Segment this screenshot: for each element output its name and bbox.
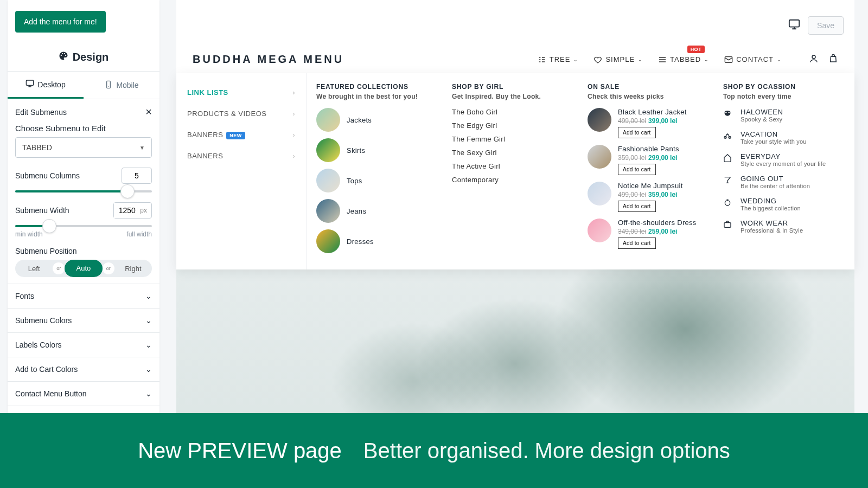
sale-title[interactable]: Notice Me Jumpsuit xyxy=(618,182,709,190)
user-icon[interactable] xyxy=(809,54,819,66)
width-slider[interactable] xyxy=(15,225,152,227)
position-right[interactable]: Right xyxy=(114,261,152,276)
save-button[interactable]: Save xyxy=(808,16,844,35)
chevron-right-icon: › xyxy=(293,110,296,118)
collection-item[interactable]: Jeans xyxy=(316,199,438,223)
occasion-title: VACATION xyxy=(741,130,807,138)
position-auto[interactable]: Auto xyxy=(65,260,102,277)
add-to-cart-button[interactable]: Add to cart xyxy=(618,201,656,212)
occasion-item[interactable]: WORK WEARProfessional & In Style xyxy=(723,219,845,234)
price-new: 359,00 lei xyxy=(648,191,677,198)
occasion-sub: Spooky & Sexy xyxy=(741,116,783,123)
mega-tab-banners[interactable]: BANNERS› xyxy=(176,145,306,166)
bike-icon xyxy=(723,130,734,145)
list-item[interactable]: Contemporary xyxy=(452,176,573,184)
mega-tab-products[interactable]: PRODUCTS & VIDEOS› xyxy=(176,103,306,124)
position-left[interactable]: Left xyxy=(15,261,53,276)
occasion-item[interactable]: VACATIONTake your style with you xyxy=(723,130,845,145)
occasion-sub: Professional & In Style xyxy=(741,227,803,234)
collection-thumb xyxy=(316,229,340,253)
sale-title[interactable]: Fashionable Pants xyxy=(618,145,709,153)
close-icon[interactable]: × xyxy=(145,106,152,118)
add-to-cart-button[interactable]: Add to cart xyxy=(618,127,656,138)
collection-item[interactable]: Tops xyxy=(316,169,438,192)
choose-submenu-label: Choose Submenu to Edit xyxy=(15,124,152,133)
sale-title[interactable]: Off-the-shoulders Dress xyxy=(618,219,709,227)
acc-fonts[interactable]: Fonts⌄ xyxy=(8,284,159,309)
col-title: SHOP BY OCASSION xyxy=(723,83,845,91)
add-to-cart-button[interactable]: Add to cart xyxy=(618,164,656,175)
nav-label: CONTACT xyxy=(736,55,774,63)
mega-tab-banners-new[interactable]: BANNERSNEW› xyxy=(176,124,306,145)
svg-point-7 xyxy=(725,201,730,206)
sale-thumb xyxy=(588,145,611,169)
device-tabs: Desktop Mobile xyxy=(8,72,159,99)
desktop-icon xyxy=(25,79,34,89)
acc-labels-colors[interactable]: Labels Colors⌄ xyxy=(8,333,159,357)
martini-icon xyxy=(723,175,734,189)
sale-title[interactable]: Black Leather Jacket xyxy=(618,108,709,116)
occasion-sub: Style every moment of your life xyxy=(741,160,826,167)
mega-tab-linklists[interactable]: LINK LISTS› xyxy=(176,82,306,103)
occasion-title: WORK WEAR xyxy=(741,219,803,227)
collection-name: Dresses xyxy=(347,237,374,246)
col-occasion: SHOP BY OCASSION Top notch every time HA… xyxy=(719,83,849,260)
svg-point-4 xyxy=(812,55,815,59)
width-label: Submenu Width xyxy=(15,206,69,215)
col-title: FEATURED COLLECTIONS xyxy=(316,83,438,91)
sale-item: Fashionable Pants359,00 lei299,00 leiAdd… xyxy=(588,145,709,175)
nav-simple[interactable]: SIMPLE⌄ xyxy=(593,55,643,64)
price-new: 259,00 lei xyxy=(648,228,677,235)
add-menu-button[interactable]: Add the menu for me! xyxy=(15,11,106,33)
acc-label: Contact Menu Button xyxy=(15,389,87,398)
new-badge: NEW xyxy=(226,132,245,139)
columns-input[interactable] xyxy=(122,168,152,184)
list-item[interactable]: The Sexy Girl xyxy=(452,149,573,157)
acc-atc-colors[interactable]: Add to Cart Colors⌄ xyxy=(8,357,159,382)
chevron-down-icon: ⌄ xyxy=(573,57,578,62)
list-item[interactable]: The Edgy Girl xyxy=(452,121,573,130)
desktop-preview-icon[interactable] xyxy=(788,18,800,33)
bag-icon[interactable] xyxy=(828,54,838,66)
design-header: Design xyxy=(8,43,159,72)
list-item[interactable]: The Boho Girl xyxy=(452,108,573,116)
svg-rect-1 xyxy=(107,81,111,88)
acc-submenu-colors[interactable]: Submenu Colors⌄ xyxy=(8,309,159,333)
occasion-item[interactable]: EVERYDAYStyle every moment of your life xyxy=(723,152,845,167)
width-unit: px xyxy=(140,207,147,214)
mega-tabs: LINK LISTS› PRODUCTS & VIDEOS› BANNERSNE… xyxy=(176,73,307,269)
list-item[interactable]: The Active Girl xyxy=(452,162,573,170)
occasion-item[interactable]: GOING OUTBe the center of attention xyxy=(723,175,845,189)
chevron-down-icon: ⌄ xyxy=(638,57,643,62)
sale-thumb xyxy=(588,108,611,132)
svg-rect-2 xyxy=(789,20,799,27)
tab-mobile[interactable]: Mobile xyxy=(84,72,159,99)
acc-label: Fonts xyxy=(15,292,34,300)
sale-item: Black Leather Jacket499,00 lei399,00 lei… xyxy=(588,108,709,138)
columns-slider[interactable] xyxy=(15,190,152,192)
submenu-select[interactable]: TABBED ▼ xyxy=(15,137,152,158)
collection-item[interactable]: Jackets xyxy=(316,108,438,132)
hot-badge: HOT xyxy=(687,46,705,53)
sale-item: Off-the-shoulders Dress349,00 lei259,00 … xyxy=(588,219,709,249)
sale-item: Notice Me Jumpsuit499,00 lei359,00 leiAd… xyxy=(588,182,709,212)
price-old: 359,00 lei xyxy=(618,154,646,162)
acc-contact-btn[interactable]: Contact Menu Button⌄ xyxy=(8,382,159,406)
nav-tree[interactable]: TREE⌄ xyxy=(538,55,579,64)
collection-thumb xyxy=(316,138,340,162)
width-input[interactable] xyxy=(114,203,140,218)
nav-tabbed[interactable]: HOTTABBED⌄ xyxy=(658,55,709,64)
brand: BUDDHA MEGA MENU xyxy=(193,53,521,66)
col-title: SHOP BY GIRL xyxy=(452,83,573,91)
occasion-item[interactable]: WEDDINGThe biggest collection xyxy=(723,197,845,211)
add-to-cart-button[interactable]: Add to cart xyxy=(618,237,656,249)
nav-contact[interactable]: CONTACT⌄ xyxy=(724,55,782,64)
mobile-icon xyxy=(104,80,113,91)
tab-desktop[interactable]: Desktop xyxy=(8,72,84,99)
occasion-item[interactable]: HALOWEENSpooky & Sexy xyxy=(723,108,845,123)
chevron-down-icon: ⌄ xyxy=(777,57,782,62)
collection-name: Skirts xyxy=(347,146,365,155)
collection-item[interactable]: Dresses xyxy=(316,229,438,253)
list-item[interactable]: The Femme Girl xyxy=(452,135,573,143)
collection-item[interactable]: Skirts xyxy=(316,138,438,162)
